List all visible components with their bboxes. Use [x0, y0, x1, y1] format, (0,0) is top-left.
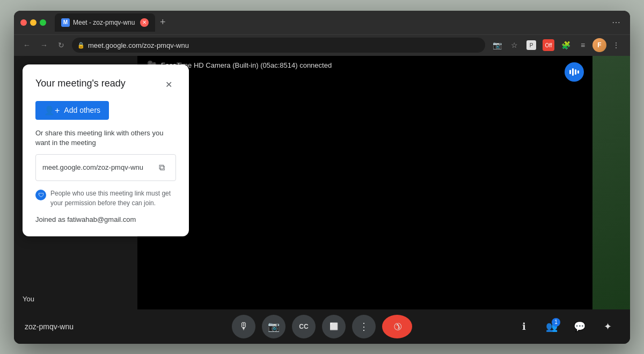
tab-favicon: M	[61, 18, 70, 27]
bottom-bar: zoz-pmqv-wnu 🎙 📷 CC ⬜ ⋮ ✆ ℹ	[14, 309, 630, 344]
fullscreen-traffic-light[interactable]	[40, 19, 46, 26]
present-icon: ⬜	[330, 322, 338, 330]
joined-as-text: Joined as fatiwahab@gmail.com	[35, 215, 176, 223]
right-controls: ℹ 👥 1 💬 ✦	[512, 315, 619, 338]
center-controls: 🎙 📷 CC ⬜ ⋮ ✆	[232, 315, 412, 338]
info-button[interactable]: ℹ	[512, 315, 536, 338]
tab-manager-icon[interactable]: ≡	[575, 38, 590, 53]
camera-ctrl-icon: 📷	[268, 321, 280, 333]
browser-window: M Meet - zoz-pmqv-wnu ✕ + ⋯ ← → ↻ 🔒 meet…	[14, 11, 630, 344]
toolbar-icons: 📷 ☆ P Off 🧩 ≡ F ⋮	[489, 38, 624, 53]
chat-button[interactable]: 💬	[568, 315, 591, 338]
present-button[interactable]: ⬜	[322, 315, 346, 338]
mic-icon: 🎙	[239, 321, 248, 332]
refresh-button[interactable]: ↻	[55, 39, 68, 52]
chat-icon: 💬	[574, 321, 586, 333]
window-menu-button[interactable]: ⋯	[609, 15, 624, 30]
camera-button[interactable]: 📷	[262, 315, 286, 338]
right-strip	[592, 56, 630, 309]
copy-link-button[interactable]: ⧉	[154, 160, 169, 175]
back-button[interactable]: ←	[20, 39, 33, 52]
permission-text: People who use this meeting link must ge…	[50, 189, 176, 208]
add-others-button[interactable]: 👤+ Add others	[35, 101, 109, 120]
end-call-button[interactable]: ✆	[382, 315, 412, 338]
activities-icon: ✦	[604, 321, 612, 333]
address-text: meet.google.com/zoz-pmqv-wnu	[88, 41, 189, 49]
people-button[interactable]: 👥 1	[540, 315, 564, 338]
extensions-icon[interactable]: 🧩	[558, 38, 573, 53]
activities-button[interactable]: ✦	[596, 315, 619, 338]
lock-icon: 🔒	[77, 42, 85, 49]
card-title: Your meeting's ready	[35, 77, 126, 90]
active-tab[interactable]: M Meet - zoz-pmqv-wnu ✕	[55, 13, 155, 32]
add-others-label: Add others	[64, 106, 100, 114]
meeting-card: Your meeting's ready ✕ 👤+ Add others Or …	[23, 64, 189, 236]
ext-off-icon: Off	[541, 38, 556, 53]
add-person-icon: 👤+	[44, 105, 60, 115]
address-field[interactable]: 🔒 meet.google.com/zoz-pmqv-wnu	[72, 38, 485, 53]
tab-bar: M Meet - zoz-pmqv-wnu ✕ +	[55, 11, 604, 34]
tab-close-button[interactable]: ✕	[140, 18, 149, 27]
camera-header: 🎥 FaceTime HD Camera (Built-in) (05ac:85…	[137, 56, 592, 75]
camera-view: 🎥 FaceTime HD Camera (Built-in) (05ac:85…	[137, 56, 592, 309]
captions-button[interactable]: CC	[292, 315, 316, 338]
permission-notice: 🛡 People who use this meeting link must …	[35, 189, 176, 208]
end-call-icon: ✆	[390, 319, 404, 333]
main-content: You 🎥 FaceTime HD Camera (Built-in) (05a…	[14, 56, 630, 309]
new-tab-button[interactable]: +	[155, 15, 170, 30]
traffic-lights	[20, 19, 46, 26]
bookmark-icon[interactable]: ☆	[507, 38, 522, 53]
waveform-icon	[569, 68, 579, 76]
people-badge: 1	[552, 318, 560, 327]
more-ctrl-button[interactable]: ⋮	[352, 315, 376, 338]
browser-window-controls: ⋯	[609, 15, 624, 30]
captions-icon: CC	[299, 323, 308, 330]
profile-avatar[interactable]: F	[592, 38, 606, 52]
meeting-link-text: meet.google.com/zoz-pmqv-wnu	[42, 163, 143, 171]
card-close-button[interactable]: ✕	[161, 77, 176, 92]
tab-title: Meet - zoz-pmqv-wnu	[73, 19, 135, 26]
pocket-icon[interactable]: P	[524, 38, 539, 53]
card-header: Your meeting's ready ✕	[35, 77, 176, 92]
info-icon: ℹ	[522, 321, 526, 333]
you-label: You	[23, 295, 34, 303]
more-ctrl-icon: ⋮	[359, 321, 369, 333]
meeting-code: zoz-pmqv-wnu	[25, 322, 111, 331]
forward-button[interactable]: →	[38, 39, 50, 52]
minimize-traffic-light[interactable]	[30, 19, 36, 26]
more-options-icon[interactable]: ⋮	[609, 38, 624, 53]
waveform-button[interactable]	[565, 62, 584, 82]
link-box: meet.google.com/zoz-pmqv-wnu ⧉	[35, 154, 176, 181]
share-text: Or share this meeting link with others y…	[35, 128, 176, 148]
address-bar-row: ← → ↻ 🔒 meet.google.com/zoz-pmqv-wnu 📷 ☆…	[14, 34, 630, 56]
title-bar: M Meet - zoz-pmqv-wnu ✕ + ⋯	[14, 11, 630, 34]
mic-button[interactable]: 🎙	[232, 315, 255, 338]
close-traffic-light[interactable]	[20, 19, 27, 26]
shield-icon: 🛡	[35, 190, 46, 200]
camera-toolbar-icon[interactable]: 📷	[489, 38, 504, 53]
